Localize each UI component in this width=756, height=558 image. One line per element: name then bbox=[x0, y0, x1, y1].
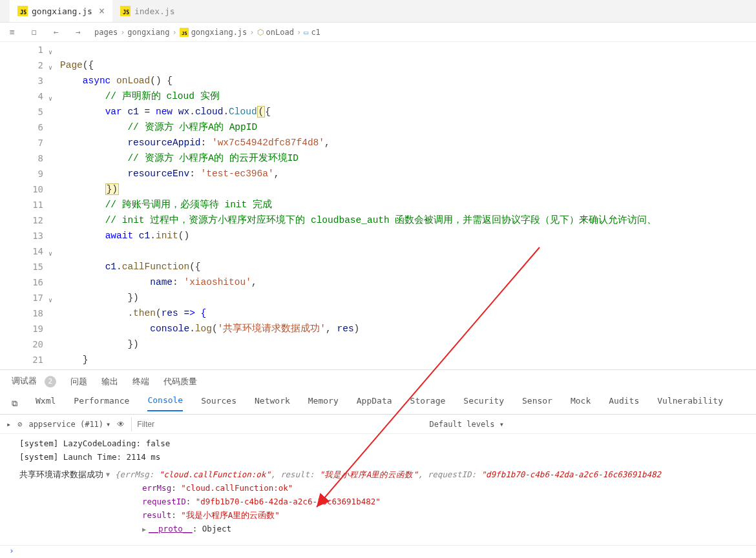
forward-icon[interactable]: → bbox=[72, 27, 84, 37]
console-line: [system] Launch Time: 2114 ms bbox=[19, 450, 756, 464]
tab-output[interactable]: 输出 bbox=[101, 376, 118, 388]
tab-code-quality[interactable]: 代码质量 bbox=[163, 376, 197, 388]
tab-console[interactable]: Console bbox=[147, 395, 183, 411]
expand-icon[interactable]: ▼ bbox=[106, 468, 110, 481]
chevron-right-icon: › bbox=[297, 28, 301, 37]
tab-gongxiang[interactable]: JS gongxiang.js × bbox=[10, 0, 112, 22]
console-line: [system] LazyCodeLoading: false bbox=[19, 437, 756, 450]
breadcrumb-segment[interactable]: pages bbox=[94, 28, 118, 37]
clear-icon[interactable]: ⊘ bbox=[17, 420, 22, 429]
tab-performance[interactable]: Performance bbox=[74, 396, 129, 411]
console-prop[interactable]: ▶__proto__: Object bbox=[19, 522, 756, 536]
tab-terminal[interactable]: 终端 bbox=[132, 376, 149, 388]
expand-icon[interactable]: ▶ bbox=[142, 526, 146, 533]
panel-tabs: 调试器 2 问题 输出 终端 代码质量 bbox=[0, 369, 756, 393]
play-icon[interactable]: ▸ bbox=[6, 420, 11, 429]
line-gutter: 1∨ 2∨ 3 4∨ 5 6 7 8 9 10 11 12 13 14∨ 15 … bbox=[0, 42, 55, 369]
tab-wxml[interactable]: Wxml bbox=[36, 396, 56, 411]
console-prop: errMsg: "cloud.callFunction:ok" bbox=[19, 481, 756, 495]
filter-input[interactable] bbox=[131, 417, 348, 431]
chevron-right-icon: › bbox=[249, 28, 254, 37]
list-icon[interactable]: ≡ bbox=[6, 27, 18, 37]
console-line: 共享环境请求数据成功 ▼ {errMsg: "cloud.callFunctio… bbox=[19, 468, 756, 481]
cube-icon: ⬡ bbox=[257, 28, 264, 37]
breadcrumb[interactable]: pages › gongxiang › JS gongxiang.js › ⬡ … bbox=[94, 28, 320, 37]
console-output[interactable]: [system] LazyCodeLoading: false [system]… bbox=[0, 434, 756, 539]
tab-debugger[interactable]: 调试器 2 bbox=[12, 375, 56, 388]
tab-label: gongxiang.js bbox=[32, 6, 92, 16]
tab-problems[interactable]: 问题 bbox=[70, 376, 87, 388]
tab-network[interactable]: Network bbox=[255, 396, 290, 411]
breadcrumb-segment[interactable]: c1 bbox=[311, 28, 320, 37]
chevron-right-icon: › bbox=[120, 28, 125, 37]
tab-security[interactable]: Security bbox=[463, 396, 504, 411]
tab-appdata[interactable]: AppData bbox=[357, 396, 392, 411]
back-icon[interactable]: ← bbox=[50, 27, 62, 37]
tab-sensor[interactable]: Sensor bbox=[522, 396, 552, 411]
badge: 2 bbox=[45, 376, 56, 388]
breadcrumb-segment[interactable]: gongxiang bbox=[127, 28, 169, 37]
tab-index[interactable]: JS index.js bbox=[112, 0, 183, 22]
tab-audits[interactable]: Audits bbox=[609, 396, 639, 411]
console-prompt[interactable]: › bbox=[0, 545, 756, 558]
console-toolbar: ▸ ⊘ appservice (#11)▾ 👁 Default levels ▾ bbox=[0, 415, 756, 434]
tab-mock[interactable]: Mock bbox=[571, 396, 591, 411]
eye-icon[interactable]: 👁 bbox=[117, 420, 125, 429]
bookmark-icon[interactable]: ◻ bbox=[28, 27, 40, 37]
breadcrumb-bar: ≡ ◻ ← → pages › gongxiang › JS gongxiang… bbox=[0, 23, 756, 42]
levels-select[interactable]: Default levels ▾ bbox=[429, 420, 504, 429]
code-area[interactable]: Page({ async onLoad() { // 声明新的 cloud 实例… bbox=[55, 42, 756, 369]
tab-storage[interactable]: Storage bbox=[410, 396, 446, 411]
breadcrumb-segment[interactable]: gongxiang.js bbox=[191, 28, 247, 37]
editor-tabs: JS gongxiang.js × JS index.js bbox=[0, 0, 756, 23]
inspect-icon[interactable]: ⧉ bbox=[12, 398, 17, 409]
tab-sources[interactable]: Sources bbox=[201, 396, 236, 411]
breadcrumb-segment[interactable]: onLoad bbox=[266, 28, 294, 37]
context-select[interactable]: appservice (#11)▾ bbox=[28, 420, 110, 429]
devtools-tabs: ⧉ Wxml Performance Console Sources Netwo… bbox=[0, 393, 756, 415]
js-icon: JS bbox=[120, 6, 131, 16]
tab-vulnerability[interactable]: Vulnerability bbox=[657, 396, 723, 411]
tab-label: index.js bbox=[134, 6, 175, 16]
tab-memory[interactable]: Memory bbox=[308, 396, 339, 411]
variable-icon: ▭ bbox=[304, 28, 308, 37]
close-icon[interactable]: × bbox=[99, 5, 105, 17]
console-prop: requestID: "d9fb1b70-c4b6-42da-a2c6-16c6… bbox=[19, 495, 756, 508]
chevron-right-icon: › bbox=[172, 28, 176, 37]
js-icon: JS bbox=[17, 6, 28, 16]
js-icon: JS bbox=[180, 28, 189, 37]
console-prop: result: "我是小程序A里的云函数" bbox=[19, 508, 756, 522]
code-editor[interactable]: 1∨ 2∨ 3 4∨ 5 6 7 8 9 10 11 12 13 14∨ 15 … bbox=[0, 42, 756, 369]
